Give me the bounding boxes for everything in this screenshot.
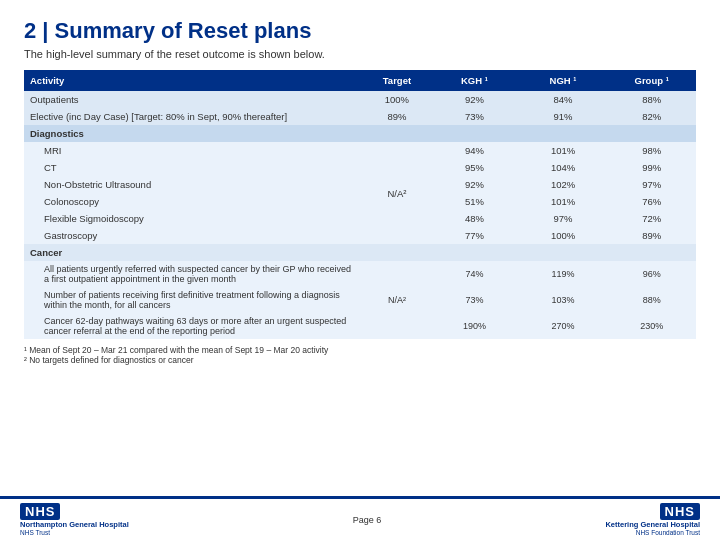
cell-target: N/A² [364, 261, 430, 339]
cell-ngh: 101% [519, 193, 608, 210]
cell-ngh [519, 125, 608, 142]
cell-ngh: 119% [519, 261, 608, 287]
cell-kgh: 95% [430, 159, 519, 176]
col-activity: Activity [24, 70, 364, 91]
table-row: All patients urgently referred with susp… [24, 261, 696, 287]
cell-group: 96% [607, 261, 696, 287]
footnotes: ¹ Mean of Sept 20 – Mar 21 compared with… [24, 345, 696, 365]
cell-ngh: 104% [519, 159, 608, 176]
cell-group: 98% [607, 142, 696, 159]
cell-group: 99% [607, 159, 696, 176]
table-row: MRIN/A²94%101%98% [24, 142, 696, 159]
footnote-1: ¹ Mean of Sept 20 – Mar 21 compared with… [24, 345, 696, 355]
nhs-logo-right: NHS Kettering General Hospital NHS Found… [605, 503, 700, 536]
cell-ngh [519, 244, 608, 261]
cell-kgh: 77% [430, 227, 519, 244]
cell-group: 72% [607, 210, 696, 227]
table-row: Diagnostics [24, 125, 696, 142]
cell-kgh: 92% [430, 91, 519, 108]
cell-target [364, 125, 430, 142]
nhs-badge-left: NHS [20, 503, 60, 520]
left-trust-sub: NHS Trust [20, 529, 50, 536]
cell-activity: All patients urgently referred with susp… [24, 261, 364, 287]
cell-kgh: 51% [430, 193, 519, 210]
cell-kgh: 190% [430, 313, 519, 339]
cell-activity: Colonoscopy [24, 193, 364, 210]
page-label: Page 6 [353, 515, 382, 525]
table-row: CT95%104%99% [24, 159, 696, 176]
summary-table: Activity Target KGH ¹ NGH ¹ Group ¹ Outp… [24, 70, 696, 339]
cell-activity: Cancer [24, 244, 364, 261]
col-ngh: NGH ¹ [519, 70, 608, 91]
table-row: Cancer 62-day pathways waiting 63 days o… [24, 313, 696, 339]
cell-kgh: 73% [430, 287, 519, 313]
left-trust-name: Northampton General Hospital [20, 520, 129, 529]
nhs-logo-left: NHS Northampton General Hospital NHS Tru… [20, 503, 129, 536]
footer: NHS Northampton General Hospital NHS Tru… [0, 496, 720, 540]
cell-target: 89% [364, 108, 430, 125]
cell-target: 100% [364, 91, 430, 108]
cell-group: 88% [607, 91, 696, 108]
cell-ngh: 101% [519, 142, 608, 159]
cell-group: 82% [607, 108, 696, 125]
table-row: Elective (inc Day Case) [Target: 80% in … [24, 108, 696, 125]
cell-group: 97% [607, 176, 696, 193]
footer-right: NHS Kettering General Hospital NHS Found… [605, 503, 700, 536]
cell-kgh: 92% [430, 176, 519, 193]
cell-group [607, 125, 696, 142]
cell-kgh [430, 125, 519, 142]
nhs-badge-right: NHS [660, 503, 700, 520]
col-kgh: KGH ¹ [430, 70, 519, 91]
footer-center: Page 6 [353, 515, 382, 525]
cell-ngh: 103% [519, 287, 608, 313]
cell-activity: Diagnostics [24, 125, 364, 142]
cell-activity: Cancer 62-day pathways waiting 63 days o… [24, 313, 364, 339]
cell-ngh: 100% [519, 227, 608, 244]
cell-kgh: 48% [430, 210, 519, 227]
cell-group: 88% [607, 287, 696, 313]
cell-group [607, 244, 696, 261]
table-row: Colonoscopy51%101%76% [24, 193, 696, 210]
cell-activity: Non-Obstetric Ultrasound [24, 176, 364, 193]
cell-kgh [430, 244, 519, 261]
cell-activity: Outpatients [24, 91, 364, 108]
cell-activity: Gastroscopy [24, 227, 364, 244]
cell-kgh: 94% [430, 142, 519, 159]
cell-ngh: 91% [519, 108, 608, 125]
col-group: Group ¹ [607, 70, 696, 91]
footnote-2: ² No targets defined for diagnostics or … [24, 355, 696, 365]
cell-ngh: 97% [519, 210, 608, 227]
cell-group: 230% [607, 313, 696, 339]
cell-kgh: 73% [430, 108, 519, 125]
table-row: Cancer [24, 244, 696, 261]
table-row: Outpatients100%92%84%88% [24, 91, 696, 108]
cell-group: 89% [607, 227, 696, 244]
right-trust-name: Kettering General Hospital [605, 520, 700, 529]
col-target: Target [364, 70, 430, 91]
table-row: Non-Obstetric Ultrasound92%102%97% [24, 176, 696, 193]
cell-group: 76% [607, 193, 696, 210]
table-row: Gastroscopy77%100%89% [24, 227, 696, 244]
cell-activity: Number of patients receiving first defin… [24, 287, 364, 313]
cell-kgh: 74% [430, 261, 519, 287]
footer-left: NHS Northampton General Hospital NHS Tru… [20, 503, 129, 536]
table-row: Flexible Sigmoidoscopy48%97%72% [24, 210, 696, 227]
table-row: Number of patients receiving first defin… [24, 287, 696, 313]
cell-ngh: 102% [519, 176, 608, 193]
cell-ngh: 84% [519, 91, 608, 108]
cell-activity: CT [24, 159, 364, 176]
page-title: 2 | Summary of Reset plans [24, 18, 696, 44]
cell-activity: Elective (inc Day Case) [Target: 80% in … [24, 108, 364, 125]
cell-target [364, 244, 430, 261]
cell-target: N/A² [364, 142, 430, 244]
page-container: 2 | Summary of Reset plans The high-leve… [0, 0, 720, 540]
cell-ngh: 270% [519, 313, 608, 339]
subtitle: The high-level summary of the reset outc… [24, 48, 696, 60]
cell-activity: Flexible Sigmoidoscopy [24, 210, 364, 227]
right-trust-sub: NHS Foundation Trust [636, 529, 700, 536]
cell-activity: MRI [24, 142, 364, 159]
